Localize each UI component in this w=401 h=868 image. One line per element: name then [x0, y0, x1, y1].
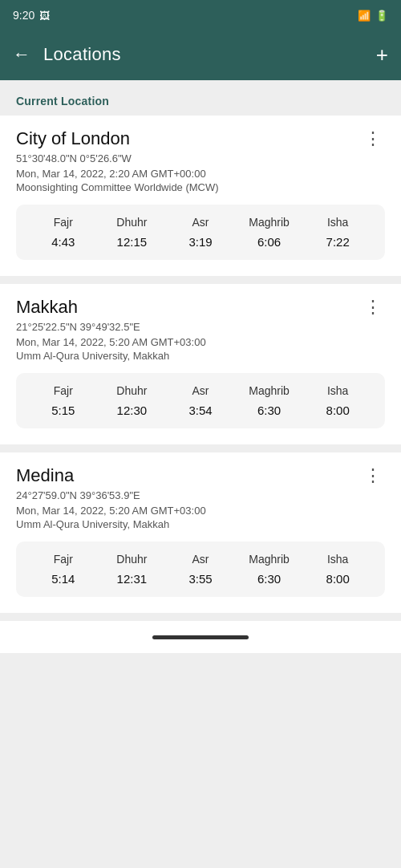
prayer-value-asr: 3:19 — [166, 235, 235, 249]
status-bar-left: 9:20 🖼 — [13, 9, 50, 22]
more-options-button-city-of-london[interactable]: ⋮ — [361, 128, 385, 149]
prayer-header-asr: Asr — [166, 384, 235, 397]
prayer-header-fajr: Fajr — [29, 216, 98, 229]
prayer-header-fajr: Fajr — [29, 384, 98, 397]
prayer-value-isha: 8:00 — [303, 404, 372, 417]
content-area: Current Location City of London ⋮ 51°30'… — [0, 80, 401, 868]
coordinates-makkah: 21°25'22.5"N 39°49'32.5"E — [16, 321, 385, 333]
prayer-header-dhuhr: Dhuhr — [98, 553, 167, 566]
datetime-city-of-london: Mon, Mar 14, 2022, 2:20 AM GMT+00:00 — [16, 168, 385, 180]
prayer-value-maghrib: 6:30 — [235, 572, 304, 586]
datetime-medina: Mon, Mar 14, 2022, 5:20 AM GMT+03:00 — [16, 505, 385, 517]
prayer-value-dhuhr: 12:30 — [98, 404, 167, 417]
prayer-value-asr: 3:54 — [166, 404, 235, 417]
current-location-label: Current Location — [0, 80, 401, 116]
coordinates-medina: 24°27'59.0"N 39°36'53.9"E — [16, 489, 385, 501]
locations-list: City of London ⋮ 51°30'48.0"N 0°5'26.6"W… — [0, 116, 401, 613]
prayer-values-medina: 5:1412:313:556:308:00 — [29, 572, 372, 586]
home-indicator — [152, 635, 249, 639]
prayer-header-isha: Isha — [303, 384, 372, 397]
prayer-value-isha: 7:22 — [303, 235, 372, 249]
prayer-value-isha: 8:00 — [303, 572, 372, 586]
city-name-city-of-london: City of London — [16, 128, 130, 149]
phone-container: 9:20 🖼 📶 🔋 ← Locations + Current Locatio… — [0, 0, 401, 868]
card-top-medina: Medina ⋮ — [16, 465, 385, 486]
method-makkah: Umm Al-Qura University, Makkah — [16, 350, 385, 362]
prayer-value-fajr: 5:14 — [29, 572, 98, 586]
prayer-table-medina: FajrDhuhrAsrMaghribIsha 5:1412:313:556:3… — [16, 541, 385, 597]
prayer-value-dhuhr: 12:31 — [98, 572, 167, 586]
prayer-header-asr: Asr — [166, 553, 235, 566]
prayer-header-isha: Isha — [303, 553, 372, 566]
more-options-button-makkah[interactable]: ⋮ — [361, 297, 385, 318]
signal-icon: 📶 — [358, 10, 371, 22]
battery-icon: 🔋 — [375, 10, 388, 22]
add-location-button[interactable]: + — [376, 43, 388, 67]
status-bar-right: 📶 🔋 — [358, 10, 388, 22]
app-header: ← Locations + — [0, 29, 401, 80]
prayer-values-makkah: 5:1512:303:546:308:00 — [29, 404, 372, 417]
prayer-value-fajr: 4:43 — [29, 235, 98, 249]
prayer-header-dhuhr: Dhuhr — [98, 384, 167, 397]
photo-icon: 🖼 — [39, 10, 50, 22]
prayer-values-city-of-london: 4:4312:153:196:067:22 — [29, 235, 372, 249]
status-time: 9:20 — [13, 9, 34, 22]
prayer-value-maghrib: 6:06 — [235, 235, 304, 249]
back-button[interactable]: ← — [13, 44, 30, 65]
prayer-table-makkah: FajrDhuhrAsrMaghribIsha 5:1512:303:546:3… — [16, 373, 385, 428]
location-card-makkah: Makkah ⋮ 21°25'22.5"N 39°49'32.5"E Mon, … — [0, 284, 401, 444]
city-name-medina: Medina — [16, 465, 74, 486]
prayer-header-dhuhr: Dhuhr — [98, 216, 167, 229]
page-title: Locations — [43, 44, 376, 65]
prayer-value-maghrib: 6:30 — [235, 404, 304, 417]
prayer-header-maghrib: Maghrib — [235, 216, 304, 229]
prayer-value-asr: 3:55 — [166, 572, 235, 586]
method-city-of-london: Moonsighting Committee Worldwide (MCW) — [16, 181, 385, 193]
prayer-header-fajr: Fajr — [29, 553, 98, 566]
card-top-makkah: Makkah ⋮ — [16, 297, 385, 318]
bottom-bar — [0, 621, 401, 653]
datetime-makkah: Mon, Mar 14, 2022, 5:20 AM GMT+03:00 — [16, 336, 385, 348]
card-top-city-of-london: City of London ⋮ — [16, 128, 385, 149]
prayer-value-dhuhr: 12:15 — [98, 235, 167, 249]
prayer-value-fajr: 5:15 — [29, 404, 98, 417]
coordinates-city-of-london: 51°30'48.0"N 0°5'26.6"W — [16, 152, 385, 164]
prayer-headers-medina: FajrDhuhrAsrMaghribIsha — [29, 553, 372, 566]
prayer-header-asr: Asr — [166, 216, 235, 229]
method-medina: Umm Al-Qura University, Makkah — [16, 518, 385, 530]
city-name-makkah: Makkah — [16, 297, 78, 318]
status-bar: 9:20 🖼 📶 🔋 — [0, 0, 401, 29]
prayer-header-maghrib: Maghrib — [235, 553, 304, 566]
prayer-headers-city-of-london: FajrDhuhrAsrMaghribIsha — [29, 216, 372, 229]
more-options-button-medina[interactable]: ⋮ — [361, 465, 385, 486]
prayer-header-isha: Isha — [303, 216, 372, 229]
prayer-header-maghrib: Maghrib — [235, 384, 304, 397]
location-card-medina: Medina ⋮ 24°27'59.0"N 39°36'53.9"E Mon, … — [0, 452, 401, 613]
prayer-headers-makkah: FajrDhuhrAsrMaghribIsha — [29, 384, 372, 397]
location-card-city-of-london: City of London ⋮ 51°30'48.0"N 0°5'26.6"W… — [0, 116, 401, 276]
prayer-table-city-of-london: FajrDhuhrAsrMaghribIsha 4:4312:153:196:0… — [16, 205, 385, 260]
